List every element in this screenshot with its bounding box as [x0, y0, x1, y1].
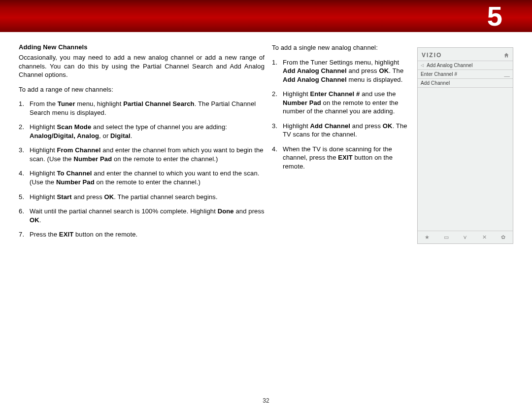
step: Highlight From Channel and enter the cha… [19, 146, 265, 163]
step: Highlight To Channel and enter the chann… [19, 169, 265, 186]
tv-body-empty [418, 88, 513, 231]
tv-row-add-channel: Add Channel [418, 79, 513, 88]
step: Highlight Start and press OK. The partia… [19, 193, 265, 202]
step: Wait until the partial channel search is… [19, 207, 265, 224]
content-columns: Adding New Channels Occasionally, you ma… [19, 43, 513, 245]
steps-range: From the Tuner menu, highlight Partial C… [19, 100, 265, 239]
lead-range: To add a range of new channels: [19, 85, 265, 94]
cc-icon: ▭ [442, 234, 451, 240]
right-column: VIZIO ◁ Add Analog Channel Enter Channel… [417, 43, 513, 245]
tv-row-value: __ [504, 71, 510, 77]
lead-single: To add a single new analog channel: [272, 43, 410, 52]
tv-footer: ★ ▭ ⋎ ✕ ✿ [418, 231, 513, 243]
left-column: Adding New Channels Occasionally, you ma… [19, 43, 265, 245]
step: Highlight Enter Channel # and use the Nu… [272, 90, 410, 116]
heading-adding-new-channels: Adding New Channels [19, 43, 265, 51]
step: From the Tuner menu, highlight Partial C… [19, 100, 265, 117]
step: Highlight Scan Mode and select the type … [19, 123, 265, 140]
page-number: 32 [0, 397, 532, 404]
intro-paragraph: Occasionally, you may need to add a new … [19, 53, 265, 79]
home-icon [504, 53, 509, 58]
star-icon: ★ [423, 234, 432, 240]
back-triangle-icon: ◁ [421, 63, 424, 68]
steps-single: From the Tuner Settings menu, highlight … [272, 58, 410, 171]
step: Highlight Add Channel and press OK. The … [272, 122, 410, 139]
tv-menu-mock: VIZIO ◁ Add Analog Channel Enter Channel… [417, 47, 513, 244]
tv-row-enter-channel: Enter Channel # __ [418, 70, 513, 79]
tv-row-label: Enter Channel # [421, 71, 504, 77]
vizio-logo: VIZIO [422, 52, 442, 59]
v-icon: ⋎ [461, 234, 470, 240]
close-icon: ✕ [480, 234, 489, 240]
chapter-number: 5 [487, 0, 502, 32]
tv-row-label: Add Channel [421, 80, 510, 86]
gear-icon: ✿ [499, 234, 508, 240]
tv-title-row: ◁ Add Analog Channel [418, 61, 513, 70]
chapter-banner: 5 [0, 0, 532, 32]
middle-column: To add a single new analog channel: From… [272, 43, 410, 245]
step: When the TV is done scanning for the cha… [272, 145, 410, 171]
tv-menu-title: Add Analog Channel [427, 63, 510, 68]
step: Press the EXIT button on the remote. [19, 230, 265, 239]
tv-header: VIZIO [418, 48, 513, 61]
step: From the Tuner Settings menu, highlight … [272, 58, 410, 84]
